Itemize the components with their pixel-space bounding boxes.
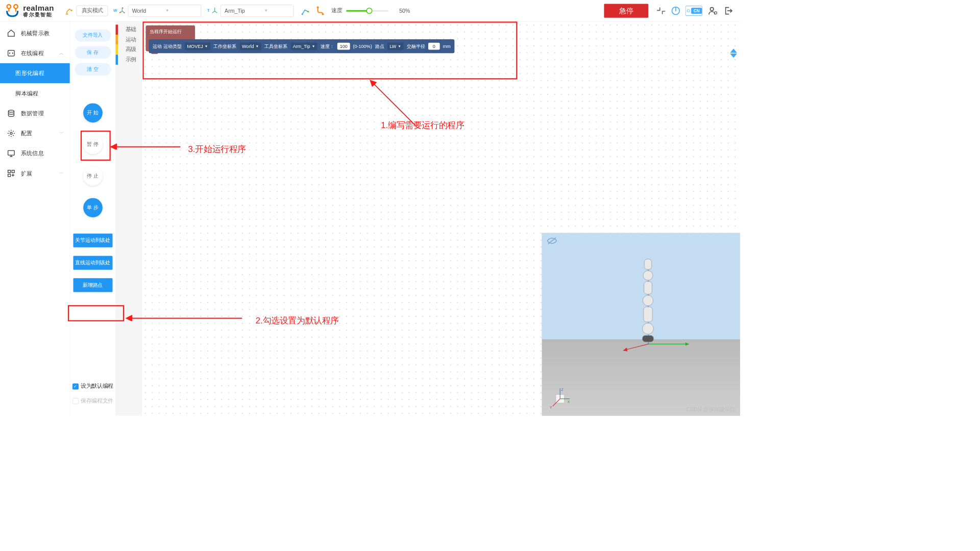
annotation-text-2: 2.勾选设置为默认程序 <box>256 315 339 327</box>
svg-text:Y: Y <box>550 406 552 409</box>
line-move-button[interactable]: 直线运动到该处 <box>73 256 112 269</box>
svg-marker-24 <box>623 347 627 352</box>
svg-point-12 <box>10 132 12 134</box>
speed-slider[interactable] <box>346 10 388 11</box>
speed-input[interactable]: 100 <box>337 43 350 50</box>
axis-gizmo-icon[interactable]: Z X Y <box>548 387 571 410</box>
svg-point-3 <box>307 11 309 12</box>
step-button[interactable]: 单 步 <box>83 198 103 217</box>
tool-frame-dropdown[interactable]: Arm_Tip▼ <box>290 42 317 50</box>
svg-point-2 <box>71 9 72 11</box>
logout-icon[interactable] <box>723 6 733 16</box>
mode-badge[interactable]: 真实模式 <box>77 5 108 16</box>
svg-point-6 <box>322 13 324 15</box>
tool-column: 文件导入 保 存 清 空 开 始 暂 停 停 止 单 步 关节运动到该处 直线运… <box>70 21 115 416</box>
nav-script-programming[interactable]: 脚本编程 <box>0 83 70 103</box>
nav-extensions[interactable]: 扩展 ﹀ <box>0 163 70 183</box>
emergency-stop-button[interactable]: 急停 <box>604 4 648 17</box>
nav-data-management[interactable]: 数据管理 <box>0 103 70 123</box>
default-program-checkbox[interactable]: ✓设为默认编程 <box>72 379 113 394</box>
work-frame-dropdown[interactable]: World▼ <box>239 42 261 50</box>
speed-label: 速度 <box>331 7 342 14</box>
user-settings-icon[interactable] <box>707 6 719 16</box>
logo-icon <box>5 3 20 18</box>
brand-logo: realman 睿尔曼智能 <box>5 3 62 18</box>
nav-online-programming[interactable]: 在线编程 ︿ <box>0 43 70 63</box>
tool-frame-select[interactable]: Arm_Tip▼ <box>220 5 293 17</box>
category-basic[interactable]: 基础 <box>120 24 142 35</box>
arrow-icon <box>127 312 250 324</box>
svg-rect-13 <box>8 151 14 155</box>
svg-point-5 <box>316 6 318 8</box>
world-frame-select[interactable]: World▼ <box>128 5 201 17</box>
world-axis-icon: W <box>113 6 126 15</box>
collapse-icon[interactable] <box>656 6 666 16</box>
svg-point-11 <box>8 110 14 112</box>
svg-rect-10 <box>8 51 14 56</box>
movej-dropdown[interactable]: MOVEJ▼ <box>185 42 210 50</box>
svg-point-4 <box>302 13 303 15</box>
annotation-box-3 <box>81 131 111 161</box>
svg-text:X: X <box>568 400 570 404</box>
tool-axis-icon: T <box>207 6 219 15</box>
add-point-button[interactable]: 新增路点 <box>73 278 112 292</box>
joint-config-icon[interactable] <box>301 6 311 16</box>
visibility-icon[interactable] <box>547 237 557 244</box>
stop-button[interactable]: 停 止 <box>83 166 103 186</box>
extension-icon <box>7 169 16 178</box>
scroll-up-icon[interactable] <box>730 48 737 53</box>
scroll-down-icon[interactable] <box>730 54 737 58</box>
category-example[interactable]: 示例 <box>120 55 142 65</box>
save-program-checkbox[interactable]: 保存编程文件 <box>72 394 113 409</box>
monitor-icon <box>7 149 16 158</box>
svg-point-8 <box>710 7 714 11</box>
svg-rect-14 <box>8 170 11 173</box>
chevron-down-icon: ﹀ <box>59 170 64 177</box>
watermark-text: CSDN @睿尔曼学院 <box>686 406 736 413</box>
canvas-scroll-buttons[interactable] <box>730 48 737 58</box>
svg-point-0 <box>7 5 11 9</box>
brand-name-zh: 睿尔曼智能 <box>23 12 54 17</box>
gear-icon <box>7 129 16 138</box>
code-icon <box>7 49 16 58</box>
annotation-text-3: 3.开始运行程序 <box>188 143 247 155</box>
block-canvas[interactable]: 当程序开始运行 运动 运动类型 MOVEJ▼ 工作坐标系 World▼ 工具坐标… <box>142 21 740 416</box>
joint-move-button[interactable]: 关节运动到该处 <box>73 234 112 247</box>
svg-text:Z: Z <box>561 388 564 391</box>
chevron-up-icon: ︿ <box>59 50 64 57</box>
clear-button[interactable]: 清 空 <box>75 63 111 76</box>
svg-point-1 <box>14 5 18 9</box>
database-icon <box>7 109 16 118</box>
point-dropdown[interactable]: LW▼ <box>387 42 404 50</box>
svg-rect-16 <box>8 174 11 177</box>
left-sidebar: 机械臂示教 在线编程 ︿ 图形化编程 脚本编程 数据管理 配置 ﹀ 系统信息 扩… <box>0 21 70 416</box>
nav-graphical-programming[interactable]: 图形化编程 <box>0 63 70 83</box>
block-category-column: 基础 运动 高级 示例 <box>116 21 142 416</box>
category-motion[interactable]: 运动 <box>120 35 142 45</box>
power-icon[interactable] <box>671 6 681 16</box>
import-button[interactable]: 文件导入 <box>75 29 111 41</box>
radius-input[interactable]: 0 <box>428 43 440 50</box>
robot-preview-panel[interactable]: Z X Y <box>542 233 740 416</box>
block-motion[interactable]: 运动 运动类型 MOVEJ▼ 工作坐标系 World▼ 工具坐标系 Arm_Ti… <box>149 39 455 53</box>
annotation-box-2 <box>68 305 124 321</box>
path-icon[interactable] <box>315 6 326 16</box>
svg-rect-15 <box>12 170 14 173</box>
chevron-down-icon: ﹀ <box>59 130 64 137</box>
save-button[interactable]: 保 存 <box>75 46 111 59</box>
start-button[interactable]: 开 始 <box>83 103 103 122</box>
speed-value: 50% <box>399 8 410 14</box>
nav-config[interactable]: 配置 ﹀ <box>0 123 70 143</box>
arrow-icon <box>111 141 188 153</box>
robot-arm-icon[interactable] <box>64 6 75 16</box>
nav-teach[interactable]: 机械臂示教 <box>0 23 70 43</box>
svg-marker-22 <box>685 342 690 345</box>
nav-system-info[interactable]: 系统信息 <box>0 143 70 163</box>
annotation-text-1: 1.编写需要运行的程序 <box>381 119 464 131</box>
brand-name-en: realman <box>23 4 54 12</box>
robot-model <box>642 258 654 347</box>
home-icon <box>7 29 16 38</box>
header-bar: realman 睿尔曼智能 真实模式 W World▼ T Arm_Tip▼ 速… <box>0 0 740 21</box>
category-advanced[interactable]: 高级 <box>120 45 142 55</box>
language-badge[interactable]: CN <box>685 6 702 16</box>
